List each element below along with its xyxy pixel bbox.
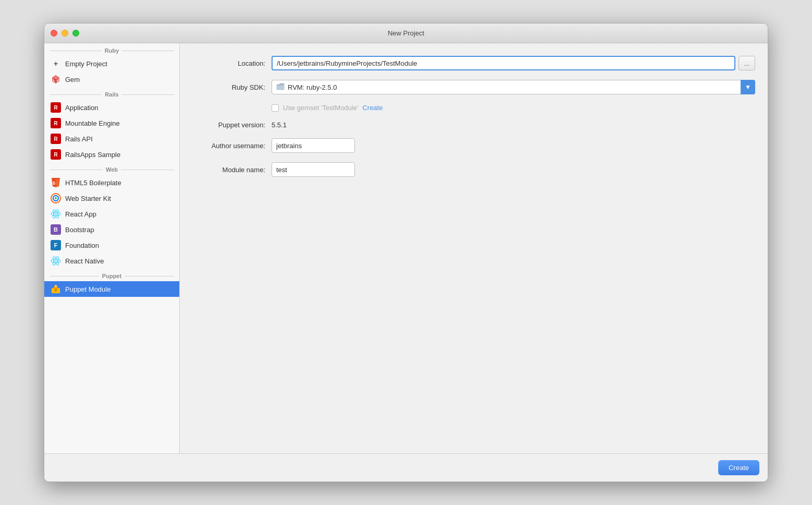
close-button[interactable] [51,30,57,37]
svg-rect-21 [55,289,57,292]
sidebar-item-label: Rails API [65,135,93,143]
location-input-wrapper: ... [272,56,755,70]
sdk-value: RVM: ruby-2.5.0 [288,83,337,91]
puppet-module-icon [51,284,61,294]
ruby-sdk-row: Ruby SDK: RVM: ruby-2.5.0 ▼ [192,80,755,94]
sidebar-item-gem[interactable]: Gem [44,71,179,87]
plus-icon: + [51,58,61,69]
sdk-select-wrapper: RVM: ruby-2.5.0 ▼ [272,80,755,94]
ruby-sdk-label: Ruby SDK: [192,83,265,91]
rails-icon: R [51,149,61,160]
module-name-label: Module name: [192,166,265,174]
sidebar-item-react-native[interactable]: React Native [44,253,179,269]
puppet-version-row: Puppet version: 5.5.1 [192,121,755,129]
bootstrap-icon: B [51,224,61,235]
sidebar-item-empty-project[interactable]: + Empty Project [44,56,179,71]
svg-point-9 [55,197,57,199]
gemset-row: Use gemset 'TestModule' Create [192,104,755,112]
author-username-label: Author username: [192,142,265,150]
sidebar-item-html5-boilerplate[interactable]: 5 HTML5 Boilerplate [44,175,179,190]
gemset-checkbox[interactable] [272,104,279,112]
window-title: New Project [388,29,424,37]
author-username-row: Author username: [192,138,755,153]
location-label: Location: [192,59,265,67]
traffic-lights [51,30,79,37]
sidebar-item-label: HTML5 Boilerplate [65,179,121,187]
sidebar-item-react-app[interactable]: React App [44,206,179,222]
sidebar-item-label: Puppet Module [65,285,110,293]
create-button[interactable]: Create [718,460,759,475]
sidebar-item-label: Application [65,104,99,112]
sidebar-item-puppet-module[interactable]: Puppet Module [44,281,179,297]
module-name-input[interactable] [272,162,355,177]
sidebar-item-label: React App [65,210,96,218]
sidebar-item-application[interactable]: R Application [44,100,179,115]
sidebar-item-label: Foundation [65,242,99,249]
sidebar-item-web-starter-kit[interactable]: Web Starter Kit [44,190,179,206]
svg-rect-20 [55,285,57,287]
sidebar-item-label: Empty Project [65,60,107,68]
sidebar-item-bootstrap[interactable]: B Bootstrap [44,222,179,237]
sidebar-item-label: Bootstrap [65,226,94,234]
gem-icon [51,74,61,85]
sidebar-item-foundation[interactable]: F Foundation [44,237,179,253]
sidebar-item-label: Gem [65,76,80,83]
gemset-text: Use gemset 'TestModule' [283,104,358,112]
rails-icon: R [51,134,61,144]
section-header-ruby: Ruby [44,43,179,56]
bottom-bar: Create [44,453,768,482]
sidebar-item-mountable-engine[interactable]: R Mountable Engine [44,115,179,131]
react-native-icon [51,256,61,266]
browse-button[interactable]: ... [739,56,755,70]
location-input[interactable] [272,56,735,70]
wsk-icon [51,193,61,203]
sdk-select-display[interactable]: RVM: ruby-2.5.0 [272,80,755,94]
maximize-button[interactable] [72,30,79,37]
svg-point-13 [55,213,57,215]
react-icon [51,209,61,219]
html5-icon: 5 [51,177,61,188]
right-panel: Location: ... Ruby SDK: [180,43,768,453]
sidebar-item-label: RailsApps Sample [65,151,120,159]
module-name-row: Module name: [192,162,755,177]
titlebar: New Project [44,23,768,43]
sidebar: Ruby + Empty Project Gem Rails [44,43,180,453]
foundation-icon: F [51,240,61,250]
puppet-version-label: Puppet version: [192,121,265,129]
location-row: Location: ... [192,56,755,70]
sidebar-item-label: Web Starter Kit [65,195,111,202]
sidebar-item-label: React Native [65,257,104,265]
author-username-input[interactable] [272,138,355,153]
rails-icon: R [51,102,61,113]
gemset-create-link[interactable]: Create [362,104,383,112]
main-content: Ruby + Empty Project Gem Rails [44,43,768,453]
sidebar-item-rails-api[interactable]: R Rails API [44,131,179,147]
sdk-folder-icon [276,83,285,92]
section-header-rails: Rails [44,87,179,100]
section-header-puppet: Puppet [44,269,179,281]
svg-text:5: 5 [53,181,55,186]
puppet-version-value: 5.5.1 [272,121,287,129]
rails-icon: R [51,118,61,128]
section-header-web: Web [44,162,179,175]
window: New Project Ruby + Empty Project [44,23,768,482]
svg-point-17 [55,260,57,262]
sidebar-item-label: Mountable Engine [65,119,120,127]
sidebar-item-railsapps-sample[interactable]: R RailsApps Sample [44,147,179,162]
minimize-button[interactable] [61,30,68,37]
